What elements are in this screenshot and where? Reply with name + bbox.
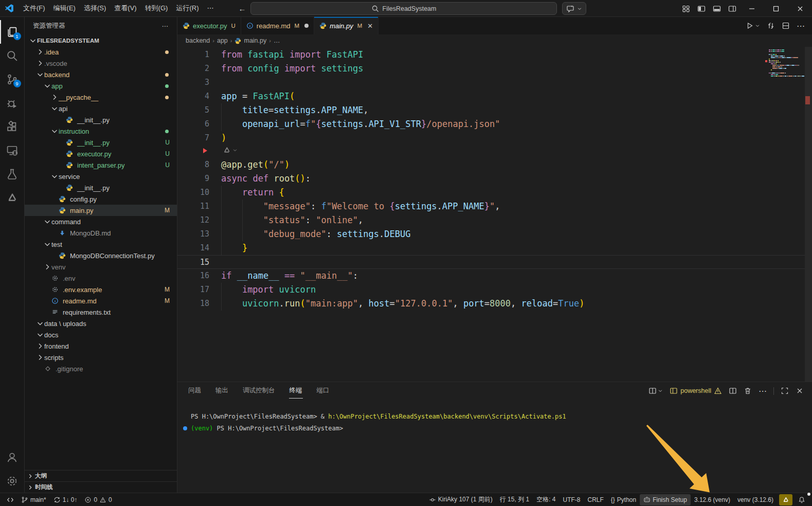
tree-item-datauploads[interactable]: data \ uploads bbox=[25, 318, 177, 329]
new-terminal-button[interactable] bbox=[648, 387, 663, 395]
kiro-extension-icon[interactable] bbox=[0, 186, 25, 209]
source-control-icon[interactable]: 9 bbox=[0, 67, 25, 91]
terminal-output[interactable]: PS H:\OwnProject\FilesReadSysteam> & h:\… bbox=[177, 400, 812, 493]
toggle-secondary-sidebar-icon[interactable] bbox=[728, 5, 736, 13]
outline-section[interactable]: 大纲 bbox=[25, 470, 177, 481]
tree-item-venv[interactable]: venv bbox=[25, 261, 177, 273]
back-arrow-icon[interactable]: ← bbox=[238, 4, 246, 13]
tree-item-requirements.txt[interactable]: requirements.txt bbox=[25, 306, 177, 318]
git-branch-item[interactable]: main* bbox=[17, 494, 50, 505]
tree-item-__init__.py[interactable]: __init__.py bbox=[25, 114, 177, 125]
kiro-inline-icon[interactable] bbox=[223, 146, 238, 154]
python-version-item[interactable]: 3.12.6 (venv) bbox=[691, 494, 734, 505]
remote-explorer-icon[interactable] bbox=[0, 138, 25, 162]
run-python-button[interactable] bbox=[746, 22, 760, 30]
code-editor[interactable]: 1from fastapi import FastAPI2from config… bbox=[177, 47, 812, 382]
more-actions-icon[interactable]: ⋯ bbox=[797, 21, 805, 31]
finish-setup-item[interactable]: Finish Setup bbox=[640, 494, 691, 505]
open-changes-icon[interactable] bbox=[767, 22, 775, 30]
menu-item-2[interactable]: 编辑(E) bbox=[49, 3, 80, 13]
kill-terminal-trash-icon[interactable] bbox=[744, 387, 752, 395]
close-window-button[interactable] bbox=[788, 0, 812, 17]
eol-item[interactable]: CRLF bbox=[584, 494, 607, 505]
menu-item-7[interactable]: ⋯ bbox=[203, 3, 218, 13]
kiro-status-item[interactable] bbox=[779, 494, 792, 505]
tree-item-app[interactable]: app bbox=[25, 80, 177, 92]
split-editor-icon[interactable] bbox=[782, 22, 790, 30]
tab-main.py[interactable]: main.pyM✕ bbox=[314, 17, 378, 34]
maximize-button[interactable] bbox=[764, 0, 788, 17]
tree-item-service[interactable]: service bbox=[25, 171, 177, 182]
terminal-instance-powershell[interactable]: powershell bbox=[670, 387, 722, 395]
minimap[interactable] bbox=[769, 49, 802, 77]
language-mode-item[interactable]: {} Python bbox=[607, 494, 640, 505]
account-icon[interactable] bbox=[0, 445, 25, 469]
tree-item-.env[interactable]: .env bbox=[25, 273, 177, 284]
remote-indicator[interactable] bbox=[3, 494, 17, 505]
overview-ruler[interactable] bbox=[805, 47, 812, 382]
tree-item-__pycache__[interactable]: __pycache__ bbox=[25, 92, 177, 103]
tree-item-.env.example[interactable]: .env.exampleM bbox=[25, 284, 177, 295]
notifications-bell[interactable] bbox=[795, 494, 809, 505]
indentation-item[interactable]: 空格: 4 bbox=[533, 494, 559, 505]
tab-readme.md[interactable]: readme.mdM bbox=[241, 17, 314, 34]
panel-tab-问题[interactable]: 问题 bbox=[188, 383, 202, 399]
tree-item-instruction[interactable]: instruction bbox=[25, 125, 177, 137]
tree-item-MongoDBConnectionTest.py[interactable]: MongoDBConnectionTest.py bbox=[25, 250, 177, 261]
venv-item[interactable]: venv (3.12.6) bbox=[734, 494, 777, 505]
tree-item-.gitignore[interactable]: .gitignore bbox=[25, 363, 177, 374]
breadcrumb-item-1[interactable]: backend bbox=[186, 37, 210, 44]
close-tab-icon[interactable]: ✕ bbox=[367, 22, 373, 30]
tree-item-main.py[interactable]: main.pyM bbox=[25, 205, 177, 216]
customize-layout-icon[interactable] bbox=[682, 5, 690, 13]
tree-item-MongoDB.md[interactable]: MongoDB.md bbox=[25, 227, 177, 239]
toggle-panel-icon[interactable] bbox=[713, 5, 721, 13]
toggle-primary-sidebar-icon[interactable] bbox=[697, 5, 706, 13]
settings-gear-icon[interactable] bbox=[0, 469, 25, 493]
panel-tab-终端[interactable]: 终端 bbox=[289, 383, 303, 399]
menu-item-6[interactable]: 运行(R) bbox=[172, 3, 203, 13]
tree-item-FILESREADSYSTEAM[interactable]: FILESREADSYSTEAM bbox=[25, 35, 177, 46]
run-debug-icon[interactable] bbox=[0, 91, 25, 115]
panel-more-actions-icon[interactable]: ⋯ bbox=[759, 386, 767, 396]
minimize-button[interactable] bbox=[739, 0, 764, 17]
tree-item-scripts[interactable]: scripts bbox=[25, 352, 177, 363]
git-sync-item[interactable]: 1↓ 0↑ bbox=[50, 494, 81, 505]
tree-item-docs[interactable]: docs bbox=[25, 329, 177, 340]
tree-item-readme.md[interactable]: readme.mdM bbox=[25, 295, 177, 306]
tree-item-intent_parser.py[interactable]: intent_parser.pyU bbox=[25, 159, 177, 171]
panel-tab-端口[interactable]: 端口 bbox=[316, 383, 330, 399]
tree-item-frontend[interactable]: frontend bbox=[25, 340, 177, 352]
panel-tab-输出[interactable]: 输出 bbox=[215, 383, 229, 399]
tree-item-__init__.py[interactable]: __init__.py bbox=[25, 182, 177, 193]
tree-item-.vscode[interactable]: .vscode bbox=[25, 58, 177, 69]
tree-item-command[interactable]: command bbox=[25, 216, 177, 227]
split-terminal-icon[interactable] bbox=[729, 387, 737, 395]
tree-item-test[interactable]: test bbox=[25, 239, 177, 250]
copilot-chat-button[interactable] bbox=[562, 2, 586, 15]
testing-icon[interactable] bbox=[0, 162, 25, 186]
tree-item-backend[interactable]: backend bbox=[25, 69, 177, 80]
menu-item-5[interactable]: 转到(G) bbox=[141, 3, 172, 13]
menu-item-1[interactable]: 文件(F) bbox=[19, 3, 49, 13]
tab-executor.py[interactable]: executor.pyU bbox=[177, 17, 241, 34]
tree-item-__init__.py[interactable]: __init__.pyU bbox=[25, 137, 177, 148]
timeline-section[interactable]: 时间线 bbox=[25, 481, 177, 493]
tree-item-executor.py[interactable]: executor.pyU bbox=[25, 148, 177, 159]
breadcrumb-item-4[interactable]: … bbox=[274, 37, 280, 44]
problems-item[interactable]: 0 0 bbox=[81, 494, 115, 505]
explorer-icon[interactable]: 1 bbox=[0, 20, 25, 44]
git-blame-item[interactable]: KiriAky 107 (1 周前) bbox=[425, 494, 496, 505]
menu-item-4[interactable]: 查看(V) bbox=[110, 3, 140, 13]
breadcrumb-item-2[interactable]: app bbox=[217, 37, 228, 44]
tree-item-.idea[interactable]: .idea bbox=[25, 46, 177, 58]
explorer-more-actions[interactable]: ⋯ bbox=[162, 22, 169, 30]
command-center-search[interactable]: FilesReadSysteam bbox=[250, 2, 557, 15]
panel-tab-调试控制台[interactable]: 调试控制台 bbox=[242, 383, 276, 399]
extensions-icon[interactable] bbox=[0, 115, 25, 138]
search-view-icon[interactable] bbox=[0, 44, 25, 67]
breadcrumb-item-3[interactable]: main.py bbox=[244, 37, 266, 44]
encoding-item[interactable]: UTF-8 bbox=[559, 494, 584, 505]
close-panel-icon[interactable] bbox=[796, 387, 804, 395]
tree-item-config.py[interactable]: config.py bbox=[25, 193, 177, 205]
